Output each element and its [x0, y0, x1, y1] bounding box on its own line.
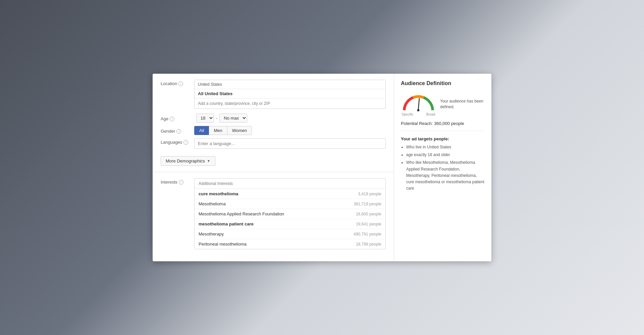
svg-point-1	[417, 109, 420, 112]
targets-list: Who live in United States age exactly 18…	[401, 144, 485, 192]
more-demographics-button[interactable]: More Demographics ▼	[161, 156, 215, 166]
location-input[interactable]	[195, 98, 385, 109]
gauge-broad-label: Broad	[426, 113, 435, 116]
interests-section-title: Additional Interests	[195, 179, 385, 189]
gauge-specific-label: Specific	[402, 113, 414, 116]
location-control: United States All United States	[194, 80, 386, 109]
target-item: Who like Mesothelioma, Mesothelioma Appl…	[406, 159, 485, 192]
right-panel: Audience Definition Specific	[394, 74, 491, 261]
interest-name: cure mesothelioma	[199, 191, 238, 196]
demographics-section: Location i United States All United Stat…	[153, 74, 394, 172]
interest-row: mesothelioma patient care 19,641 people	[195, 219, 385, 229]
gender-men-button[interactable]: Men	[209, 126, 227, 135]
target-item: age exactly 18 and older	[406, 152, 485, 158]
potential-reach-label: Potential Reach:	[401, 121, 433, 126]
potential-reach: Potential Reach: 360,000 people	[401, 121, 485, 131]
interest-count: 18,798 people	[356, 242, 381, 247]
interest-row: Mesotherapy 490,791 people	[195, 229, 385, 239]
interests-section: Interests i Additional Interests cure me…	[153, 172, 394, 259]
interest-count: 3,419 people	[358, 192, 381, 196]
left-panel: Location i United States All United Stat…	[153, 74, 394, 261]
interest-row: Mesothelioma 381,719 people	[195, 199, 385, 209]
interest-name: Peritoneal mesothelioma	[199, 242, 247, 247]
gender-info-icon[interactable]: i	[176, 129, 181, 134]
gauge-wrapper: Specific Broad	[401, 92, 436, 116]
languages-label: Languages i	[161, 138, 194, 145]
audience-defined-text: Your audience has been defined.	[440, 98, 485, 110]
gender-women-button[interactable]: Women	[227, 126, 252, 135]
location-country: United States	[195, 80, 385, 89]
location-label: Location i	[161, 80, 194, 86]
languages-input[interactable]	[194, 138, 386, 149]
interest-name: mesothelioma patient care	[199, 221, 254, 226]
age-min-select[interactable]: 18 1321253035404550556065	[196, 114, 214, 123]
audience-definition-title: Audience Definition	[401, 80, 485, 86]
gauge-labels: Specific Broad	[402, 113, 435, 116]
age-label: Age i	[161, 115, 194, 121]
languages-row: Languages i	[161, 138, 386, 149]
interest-count: 381,719 people	[354, 202, 381, 206]
interests-header: Interests i Additional Interests cure me…	[161, 178, 386, 249]
interest-name: Mesotherapy	[199, 231, 224, 237]
chevron-down-icon: ▼	[207, 159, 210, 163]
main-card: Location i United States All United Stat…	[153, 74, 491, 261]
interests-label: Interests i	[161, 178, 194, 185]
interest-name: Mesothelioma Applied Research Foundation	[199, 211, 284, 216]
interest-count: 490,791 people	[354, 232, 381, 237]
audience-gauge	[401, 92, 436, 112]
target-item: Who live in United States	[406, 144, 485, 150]
gauge-container: Specific Broad Your audience has been de…	[401, 92, 485, 116]
languages-control	[194, 138, 386, 149]
gender-label: Gender i	[161, 127, 194, 134]
interest-row: Mesothelioma Applied Research Foundation…	[195, 209, 385, 219]
age-max-select[interactable]: No max 1821253035404550556065+	[219, 114, 247, 123]
gender-button-group: All Men Women	[194, 126, 252, 135]
targets-title: Your ad targets people:	[401, 136, 485, 141]
interests-list: cure mesothelioma 3,419 people Mesotheli…	[195, 189, 385, 249]
interests-box: Additional Interests cure mesothelioma 3…	[194, 178, 386, 249]
interest-name: Mesothelioma	[199, 201, 226, 206]
interest-row: Peritoneal mesothelioma 18,798 people	[195, 239, 385, 249]
svg-line-0	[418, 98, 419, 110]
location-info-icon[interactable]: i	[178, 81, 183, 86]
interest-count: 16,600 people	[356, 212, 381, 216]
interest-count: 19,641 people	[356, 222, 381, 226]
age-row: Age i 18 1321253035404550556065 - No max…	[161, 114, 386, 123]
location-box: United States All United States	[194, 80, 386, 109]
age-info-icon[interactable]: i	[170, 117, 174, 121]
languages-info-icon[interactable]: i	[183, 140, 188, 145]
location-selected: All United States	[195, 89, 385, 98]
gender-all-button[interactable]: All	[194, 126, 209, 135]
potential-reach-value: 360,000 people	[434, 121, 464, 126]
interest-row: cure mesothelioma 3,419 people	[195, 189, 385, 199]
gender-row: Gender i All Men Women	[161, 126, 386, 135]
interests-info-icon[interactable]: i	[179, 180, 183, 185]
location-row: Location i United States All United Stat…	[161, 80, 386, 109]
age-separator: -	[216, 116, 217, 121]
